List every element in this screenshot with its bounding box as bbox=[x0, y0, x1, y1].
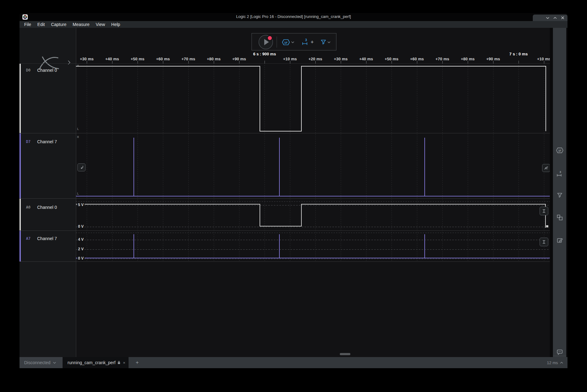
previous-edge-button[interactable] bbox=[77, 163, 85, 171]
sidebar-divider bbox=[553, 356, 566, 356]
channel-name: Channel 0 bbox=[37, 68, 57, 73]
status-bar: Disconnected running_cam_crank_perf × + … bbox=[20, 357, 567, 368]
chevron-down-icon bbox=[53, 362, 56, 364]
d0-high-marker: H bbox=[77, 64, 79, 67]
ruler-tick-mark bbox=[468, 61, 468, 63]
d7-high-marker: H bbox=[77, 136, 79, 139]
sidebar-measurements-button[interactable]: 3 bbox=[556, 170, 563, 178]
a7-4v-label: 4 V bbox=[77, 237, 85, 242]
capture-duration-toggle[interactable]: 12 ms bbox=[547, 357, 563, 368]
plus-icon: + bbox=[311, 39, 313, 45]
svg-text:3: 3 bbox=[305, 38, 307, 42]
close-button[interactable] bbox=[561, 16, 564, 20]
ruler-tick-mark bbox=[239, 61, 239, 63]
ruler-tick-mark bbox=[315, 61, 316, 63]
ruler-tick-mark bbox=[290, 61, 290, 63]
a0-trace bbox=[76, 204, 545, 228]
maximize-button[interactable] bbox=[553, 16, 557, 20]
ruler-tick-mark bbox=[366, 61, 366, 63]
d0-low-marker: L bbox=[77, 127, 79, 131]
svg-text:1F: 1F bbox=[284, 41, 287, 44]
a0-0v-label: 0 V bbox=[77, 224, 85, 229]
channel-row-a0[interactable]: A0 Channel 0 bbox=[20, 198, 76, 230]
sidebar-extensions-button[interactable] bbox=[556, 214, 563, 221]
extensions-icon bbox=[557, 214, 563, 221]
ruler-tick-mark bbox=[392, 61, 392, 63]
capture-tab-label: running_cam_crank_perf bbox=[68, 360, 116, 365]
chevron-down-icon bbox=[327, 41, 331, 43]
menu-item-view[interactable]: View bbox=[93, 21, 108, 28]
device-status-label: Disconnected bbox=[24, 360, 50, 365]
device-status-dropdown[interactable]: Disconnected bbox=[20, 357, 63, 368]
capture-tab[interactable]: running_cam_crank_perf × bbox=[63, 357, 129, 368]
measurements-icon: 3 bbox=[301, 38, 309, 46]
comment-bubble-icon bbox=[557, 349, 563, 355]
device-settings-button[interactable]: 1F bbox=[282, 33, 294, 51]
channel-row-a7[interactable]: A7 Channel 7 bbox=[20, 230, 76, 261]
a7-2v-label: 2 V bbox=[77, 247, 85, 252]
ruler-tick-mark bbox=[163, 61, 163, 63]
menu-item-file[interactable]: File bbox=[21, 21, 34, 28]
menu-item-capture[interactable]: Capture bbox=[48, 21, 70, 28]
ruler-tick-mark bbox=[138, 61, 138, 63]
channel-color-bar bbox=[20, 133, 21, 198]
channel-name: Channel 7 bbox=[37, 236, 57, 241]
menu-item-help[interactable]: Help bbox=[108, 21, 123, 28]
title-bar[interactable]: Logic 2 [Logic Pro 16 - Disconnected] [r… bbox=[20, 13, 567, 21]
close-tab-button[interactable]: × bbox=[122, 360, 125, 365]
toolbar-divider bbox=[277, 37, 277, 48]
ruler-tick-mark bbox=[214, 61, 214, 63]
play-capture-button[interactable] bbox=[258, 35, 273, 50]
lock-icon bbox=[117, 361, 120, 364]
note-edit-icon bbox=[557, 237, 563, 243]
waveform-viewport[interactable]: +30 ms+40 ms+50 ms+60 ms+70 ms+80 ms+90 … bbox=[76, 28, 550, 357]
a0-measure-range-button[interactable] bbox=[540, 207, 548, 215]
menu-item-edit[interactable]: Edit bbox=[34, 21, 48, 28]
channel-row-d7[interactable]: D7 Channel 7 bbox=[20, 133, 76, 198]
channel-id: A7 bbox=[26, 236, 30, 241]
chevron-up-icon bbox=[560, 362, 563, 364]
sidebar-comments-button[interactable] bbox=[556, 348, 563, 356]
channel-name: Channel 7 bbox=[37, 139, 57, 144]
ruler-tick-mark bbox=[265, 61, 265, 63]
ruler-major-label: 6 s : 900 ms bbox=[253, 52, 276, 56]
a0-5v-label: 5 V bbox=[77, 203, 85, 207]
hexagon-1f-icon: 1F bbox=[556, 147, 563, 153]
horizontal-scrollbar[interactable] bbox=[340, 353, 350, 355]
filter-funnel-icon bbox=[321, 39, 326, 45]
d0-trace bbox=[76, 66, 546, 131]
next-edge-button[interactable] bbox=[542, 164, 550, 172]
sidebar-notes-button[interactable] bbox=[556, 237, 563, 244]
capture-duration-label: 12 ms bbox=[547, 360, 558, 365]
ruler-tick-mark bbox=[519, 61, 519, 63]
a7-0v-label: 0 V bbox=[77, 256, 85, 261]
channel-color-bar bbox=[20, 230, 21, 261]
ruler-tick-mark bbox=[442, 61, 443, 63]
svg-text:1F: 1F bbox=[558, 149, 562, 152]
minimize-button[interactable] bbox=[546, 16, 550, 20]
channel-name: Channel 0 bbox=[37, 205, 57, 210]
channel-color-bar bbox=[20, 63, 21, 133]
a7-measure-range-button[interactable] bbox=[540, 238, 548, 246]
menu-bar: FileEditCaptureMeasureViewHelp bbox=[20, 21, 567, 28]
d7-low-marker: L bbox=[77, 192, 79, 195]
channel-row-d0[interactable]: D0 Channel 0 bbox=[20, 63, 76, 133]
ruler-tick-mark bbox=[544, 61, 544, 63]
sidebar-analyzers-button[interactable]: 1F bbox=[556, 147, 563, 154]
window-title: Logic 2 [Logic Pro 16 - Disconnected] [r… bbox=[20, 14, 567, 19]
ruler-major-label: 7 s : 0 ms bbox=[509, 52, 528, 56]
ruler-tick-mark bbox=[417, 61, 417, 63]
device-hexagon-icon: 1F bbox=[282, 39, 290, 45]
sidebar-filter-button[interactable] bbox=[556, 192, 563, 199]
waveform-plot[interactable] bbox=[76, 63, 550, 261]
ruler-tick-mark bbox=[87, 61, 87, 63]
measurements-icon: 3 bbox=[556, 170, 563, 178]
ruler-tick-mark bbox=[341, 61, 341, 63]
channel-color-bar bbox=[20, 198, 21, 230]
ruler-tick-mark bbox=[493, 61, 493, 63]
menu-item-measure[interactable]: Measure bbox=[70, 21, 93, 28]
new-tab-button[interactable]: + bbox=[132, 357, 142, 368]
filter-annotations-button[interactable] bbox=[321, 33, 331, 51]
add-measurement-button[interactable]: 3 + bbox=[301, 33, 313, 51]
sidebar-edge bbox=[566, 28, 567, 357]
